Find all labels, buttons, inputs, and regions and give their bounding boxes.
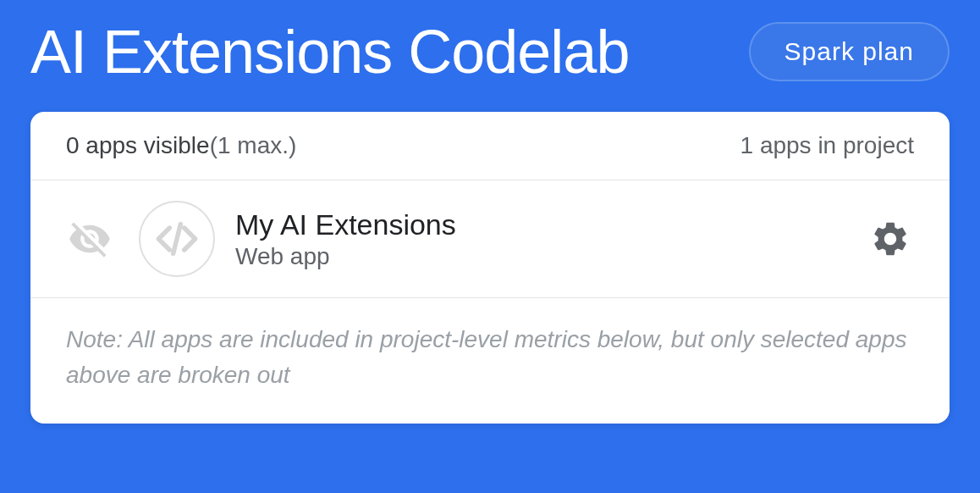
- plan-button[interactable]: Spark plan: [749, 22, 950, 81]
- visibility-off-icon[interactable]: [66, 215, 113, 263]
- page-header: AI Extensions Codelab Spark plan: [0, 0, 980, 112]
- app-info: My AI Extensions Web app: [235, 208, 867, 270]
- app-name: My AI Extensions: [235, 208, 867, 241]
- apps-in-project: 1 apps in project: [741, 132, 914, 159]
- apps-visible-max: (1 max.): [210, 132, 297, 158]
- app-type: Web app: [235, 243, 867, 270]
- gear-icon[interactable]: [867, 215, 914, 263]
- svg-line-0: [173, 224, 181, 254]
- code-icon: [139, 201, 215, 277]
- apps-card: 0 apps visible(1 max.) 1 apps in project…: [30, 112, 950, 424]
- project-title: AI Extensions Codelab: [30, 17, 629, 86]
- note-text: Note: All apps are included in project-l…: [66, 322, 914, 393]
- apps-visible-count: 0 apps visible(1 max.): [66, 132, 296, 159]
- card-header: 0 apps visible(1 max.) 1 apps in project: [30, 112, 950, 180]
- apps-visible-bold: 0 apps visible: [66, 132, 210, 158]
- note-section: Note: All apps are included in project-l…: [30, 298, 950, 424]
- app-row: My AI Extensions Web app: [30, 180, 950, 298]
